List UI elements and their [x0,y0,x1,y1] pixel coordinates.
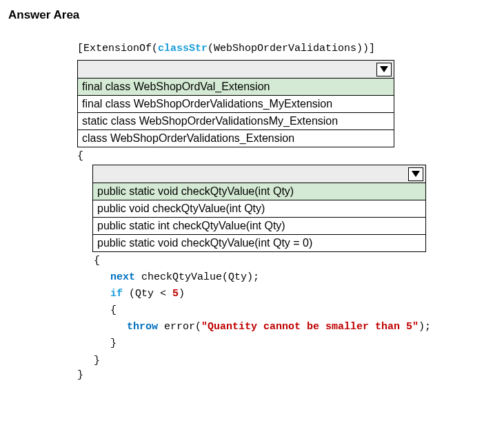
attr-open: [ExtensionOf( [77,43,158,54]
brace-close-inner: } [77,355,496,366]
attribute-line: [ExtensionOf(classStr(WebShopOrderValida… [77,43,496,54]
dropdown-1-toggle[interactable] [376,63,392,76]
page-title: Answer Area [8,8,496,22]
if-open: (Qty < [123,288,172,300]
throw-keyword: throw [127,321,158,333]
if-close: ) [179,288,185,300]
attr-rest: (WebShopOrderValidations))] [208,43,375,54]
chevron-down-icon [380,66,388,73]
brace-open-inner: { [77,255,496,267]
dropdown-1-option[interactable]: final class WebShopOrdVal_Extension [78,79,394,96]
dropdown-1-header [78,61,394,79]
dropdown-2-header [93,165,425,183]
svg-marker-0 [380,66,388,72]
dropdown-2[interactable]: public static void checkQtyValue(int Qty… [92,165,426,252]
dropdown-1-option[interactable]: class WebShopOrderValidations_Extension [78,130,394,147]
next-rest: checkQtyValue(Qty); [135,271,259,283]
code-throw-line: throw error("Quantity cannot be smaller … [77,319,496,335]
if-keyword: if [110,288,123,300]
dropdown-2-option[interactable]: public static int checkQtyValue(int Qty) [93,218,425,235]
dropdown-2-toggle[interactable] [408,167,423,181]
error-string: "Quantity cannot be smaller than 5" [201,321,419,333]
code-area: [ExtensionOf(classStr(WebShopOrderValida… [8,43,496,381]
brace-open-outer: { [77,150,496,162]
if-num: 5 [172,288,179,300]
code-next-line: next checkQtyValue(Qty); [77,269,496,286]
error-close: ); [419,321,431,333]
svg-marker-1 [412,171,420,177]
next-keyword: next [110,271,135,283]
dropdown-1-option[interactable]: final class WebShopOrderValidations_MyEx… [78,96,394,113]
dropdown-1-option[interactable]: static class WebShopOrderValidationsMy_E… [78,113,394,130]
brace-open-if: { [77,302,496,319]
dropdown-2-option[interactable]: public static void checkQtyValue(int Qty… [93,235,425,251]
classStr-keyword: classStr [158,43,208,54]
dropdown-1[interactable]: final class WebShopOrdVal_Extension fina… [77,60,394,147]
dropdown-2-option[interactable]: public static void checkQtyValue(int Qty… [93,183,425,200]
dropdown-2-option[interactable]: public void checkQtyValue(int Qty) [93,200,425,218]
brace-close-if: } [77,335,496,352]
brace-close-outer: } [77,369,496,381]
error-fn: error( [158,321,201,333]
chevron-down-icon [412,171,420,178]
code-if-line: if (Qty < 5) [77,286,496,302]
